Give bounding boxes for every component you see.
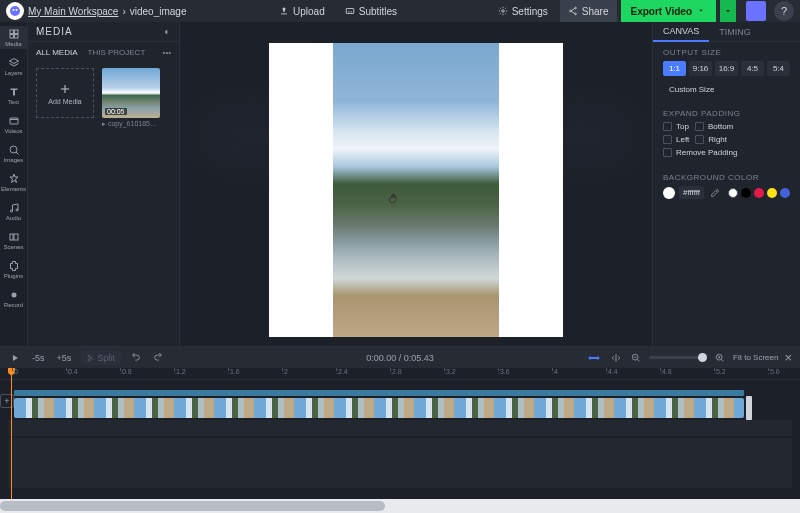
add-media-button[interactable]: Add Media — [36, 68, 94, 118]
rail-audio[interactable]: Audio — [0, 200, 28, 223]
undo-button[interactable] — [129, 351, 143, 365]
play-button[interactable] — [8, 351, 22, 365]
project-name[interactable]: video_image — [130, 6, 187, 17]
zoom-slider[interactable] — [649, 356, 707, 359]
media-more-button[interactable]: ••• — [163, 48, 171, 57]
svg-point-21 — [10, 210, 12, 212]
media-title: MEDIA — [36, 26, 73, 37]
pad-bottom-checkbox[interactable]: Bottom — [695, 122, 733, 131]
upload-label: Upload — [293, 6, 325, 17]
ruler-tick: :2.4 — [336, 368, 348, 375]
video-clip[interactable] — [14, 398, 744, 418]
ruler-tick: :5.6 — [768, 368, 780, 375]
tab-timing[interactable]: TIMING — [709, 22, 761, 42]
pad-right-checkbox[interactable]: Right — [695, 135, 727, 144]
add-media-label: Add Media — [48, 98, 81, 105]
swatch-red[interactable] — [754, 188, 764, 198]
rail-scenes[interactable]: Scenes — [0, 229, 28, 252]
svg-line-12 — [571, 11, 574, 13]
settings-button[interactable]: Settings — [490, 0, 556, 22]
empty-track-1[interactable] — [8, 420, 792, 436]
media-clip[interactable]: 00:05 ▸ copy_610185e4… — [102, 68, 160, 128]
eyedropper-button[interactable] — [708, 187, 722, 199]
close-timeline-button[interactable]: × — [784, 350, 792, 365]
rail-text[interactable]: Text — [0, 84, 28, 107]
help-button[interactable]: ? — [774, 1, 794, 21]
pad-top-checkbox[interactable]: Top — [663, 122, 689, 131]
current-bg-swatch[interactable] — [663, 187, 675, 199]
timeline-ruler[interactable]: :0:0.4:0.8:1.2:1.6:2:2.4:2.8:3.2:3.6:4:4… — [0, 368, 800, 380]
ratio-9-16[interactable]: 9:16 — [689, 61, 712, 76]
breadcrumb: My Main Workspace › video_image — [28, 6, 186, 17]
zoom-out-button[interactable] — [629, 351, 643, 365]
swatch-white[interactable] — [728, 188, 738, 198]
ruler-tick: :0.4 — [66, 368, 78, 375]
ratio-16-9[interactable]: 16:9 — [715, 61, 738, 76]
ruler-tick: :4.8 — [660, 368, 672, 375]
remove-padding-checkbox[interactable]: Remove Padding — [663, 148, 737, 157]
fit-to-screen-button[interactable]: Fit to Screen — [733, 353, 778, 362]
ratio-5-4[interactable]: 5:4 — [767, 61, 790, 76]
timeline[interactable]: :0:0.4:0.8:1.2:1.6:2:2.4:2.8:3.2:3.6:4:4… — [0, 368, 800, 499]
playhead[interactable] — [11, 376, 12, 499]
bg-hex-value[interactable]: #ffffff — [679, 186, 704, 199]
rail-videos[interactable]: Videos — [0, 113, 28, 136]
tab-this-project[interactable]: THIS PROJECT — [88, 48, 146, 57]
snap-toggle[interactable] — [585, 351, 603, 365]
svg-point-0 — [10, 6, 20, 16]
swatch-yellow[interactable] — [767, 188, 777, 198]
ratio-4-5[interactable]: 4:5 — [741, 61, 764, 76]
custom-size-button[interactable]: Custom Size — [663, 82, 720, 97]
empty-track-2[interactable] — [8, 438, 792, 488]
svg-rect-23 — [10, 234, 13, 240]
rail-images[interactable]: Images — [0, 142, 28, 165]
upload-button[interactable]: Upload — [271, 0, 333, 22]
fwd-5s-button[interactable]: +5s — [55, 351, 74, 365]
rail-layers[interactable]: Layers — [0, 55, 28, 78]
svg-rect-17 — [10, 118, 18, 124]
media-panel: MEDIA ALL MEDIA THIS PROJECT ••• Add Med… — [28, 22, 180, 346]
svg-line-38 — [637, 359, 639, 361]
swatch-blue[interactable] — [780, 188, 790, 198]
share-button[interactable]: Share — [560, 0, 617, 22]
workspace-link[interactable]: My Main Workspace — [28, 6, 118, 17]
clip-thumbnail[interactable]: 00:05 — [102, 68, 160, 118]
rail-media[interactable]: Media — [0, 26, 28, 49]
top-bar: My Main Workspace › video_image Upload S… — [0, 0, 800, 22]
bg-color-label: BACKGROUND COLOR — [663, 173, 790, 182]
split-button[interactable]: Split — [81, 351, 121, 365]
horizontal-scrollbar[interactable] — [0, 499, 800, 513]
canvas-area[interactable] — [180, 22, 652, 346]
pad-left-checkbox[interactable]: Left — [663, 135, 689, 144]
app-logo[interactable] — [6, 2, 24, 20]
tab-canvas[interactable]: CANVAS — [653, 22, 709, 42]
zoom-thumb[interactable] — [698, 353, 707, 362]
redo-button[interactable] — [151, 351, 165, 365]
canvas-artboard[interactable] — [269, 43, 563, 337]
export-menu-button[interactable] — [720, 0, 736, 22]
export-button[interactable]: Export Video — [621, 0, 717, 22]
video-preview[interactable] — [333, 43, 499, 337]
svg-point-8 — [574, 7, 576, 9]
center-playhead-button[interactable] — [609, 351, 623, 365]
rail-plugins[interactable]: Plugins — [0, 258, 28, 281]
ratio-1-1[interactable]: 1:1 — [663, 61, 686, 76]
avatar[interactable] — [746, 1, 766, 21]
rail-elements[interactable]: Elements — [0, 171, 28, 194]
svg-line-11 — [571, 9, 574, 11]
rail-record[interactable]: Record — [0, 287, 28, 310]
svg-point-19 — [10, 146, 17, 153]
zoom-in-button[interactable] — [713, 351, 727, 365]
swatch-black[interactable] — [741, 188, 751, 198]
clip-trim-handle[interactable] — [746, 396, 752, 420]
media-tabs: ALL MEDIA THIS PROJECT ••• — [28, 42, 179, 62]
tab-all-media[interactable]: ALL MEDIA — [36, 48, 78, 57]
scrollbar-thumb[interactable] — [0, 501, 385, 511]
collapse-panel-button[interactable] — [161, 27, 171, 37]
time-display: 0:00.00 / 0:05.43 — [366, 353, 434, 363]
audio-track-clip[interactable] — [14, 390, 744, 396]
ruler-tick: :3.2 — [444, 368, 456, 375]
back-5s-button[interactable]: -5s — [30, 351, 47, 365]
ruler-tick: :5.2 — [714, 368, 726, 375]
subtitles-button[interactable]: Subtitles — [337, 0, 405, 22]
